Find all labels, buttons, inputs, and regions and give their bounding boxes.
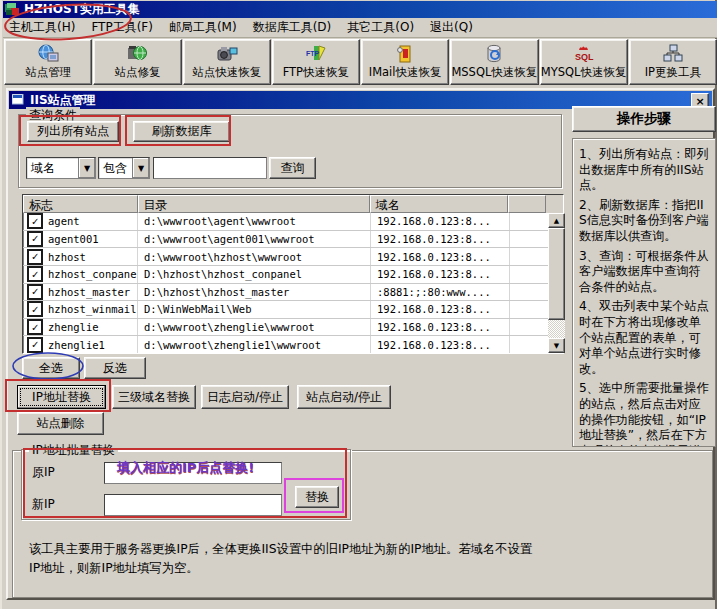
replace-button[interactable]: 替换 (295, 486, 339, 508)
list-all-sites-button[interactable]: 列出所有站点 (27, 121, 119, 142)
operator-select[interactable]: 包含 ▼ (98, 157, 150, 179)
toolbar-mysql-restore-button[interactable]: SQL MYSQL快速恢复 (540, 39, 628, 85)
main-window: HZHOST实用工具集 主机工具(H) FTP工具(F) 邮局工具(M) 数据库… (0, 0, 717, 609)
toolbar-site-restore-button[interactable]: 站点快速恢复 (183, 39, 271, 85)
menu-ftp-tools[interactable]: FTP工具(F) (85, 18, 163, 38)
row-checkbox[interactable]: ✓ (28, 232, 42, 246)
operator-select-value: 包含 (99, 160, 132, 177)
row-checkbox[interactable]: ✓ (28, 214, 42, 228)
table-row[interactable]: ✓hzhost_master D:\hzhost\hzhost_master :… (23, 284, 548, 302)
toolbar-label: 站点修复 (114, 65, 160, 80)
row-checkbox[interactable]: ✓ (28, 302, 42, 316)
ftp-restore-icon: FTP (305, 42, 327, 65)
menu-bar: 主机工具(H) FTP工具(F) 邮局工具(M) 数据库工具(D) 其它工具(O… (3, 18, 717, 38)
step-item: 2、刷新数据库：指把IIS信息实时备份到客户端数据库以供查询。 (579, 198, 710, 245)
dialog-title: IIS站点管理 (30, 92, 96, 109)
dialog-icon (12, 94, 26, 106)
table-row[interactable]: ✓agent001 d:\wwwroot\agent001\wwwroot 19… (23, 231, 548, 249)
chevron-down-icon[interactable]: ▼ (132, 158, 149, 178)
table-row[interactable]: ✓hzhost d:\wwwroot\hzhost\wwwroot 192.16… (23, 248, 548, 266)
table-body: ✓agent d:\wwwroot\agent\wwwroot 192.168.… (23, 213, 548, 353)
toolbar-label: IMail快速恢复 (369, 65, 442, 80)
new-ip-input[interactable] (104, 494, 282, 516)
tool-note: 该工具主要用于服务器更换IP后，全体更换IIS设置中的旧IP地址为新的IP地址。… (29, 540, 694, 578)
scroll-up-icon[interactable]: ▲ (548, 213, 565, 228)
invert-selection-button[interactable]: 反选 (84, 357, 146, 379)
toolbar-label: MYSQL快速恢复 (541, 65, 627, 80)
toolbar-label: 站点快速恢复 (192, 65, 261, 80)
refresh-database-button[interactable]: 刷新数据库 (133, 121, 230, 142)
step-item: 4、双击列表中某个站点时在下方将出现修改单个站点配置的表单，可对单个站点进行实时… (579, 299, 710, 377)
delete-site-button[interactable]: 站点删除 (17, 412, 104, 435)
svg-text:SQL: SQL (575, 52, 594, 62)
ip-replace-button[interactable]: IP地址替换 (17, 385, 106, 409)
chevron-down-icon[interactable]: ▼ (78, 158, 95, 178)
row-checkbox[interactable]: ✓ (28, 320, 42, 334)
toolbar-label: MSSQL快速恢复 (451, 65, 537, 80)
scrollbar-thumb[interactable] (548, 228, 565, 320)
scroll-down-icon[interactable]: ▼ (548, 338, 565, 353)
row-checkbox[interactable]: ✓ (28, 250, 42, 264)
table-row[interactable]: ✓zhenglie1 d:\wwwroot\zhenglie1\wwwroot … (23, 336, 548, 353)
col-domain[interactable]: 域名 (370, 195, 508, 213)
svg-text:FTP: FTP (306, 50, 320, 57)
site-manage-icon (37, 42, 59, 65)
site-table[interactable]: 标志 目录 域名 ✓agent d:\wwwroot\agent\wwwroot… (22, 194, 564, 354)
subdomain-replace-button[interactable]: 三级域名替换 (112, 385, 196, 409)
site-restore-icon (215, 42, 239, 65)
vertical-scrollbar[interactable]: ▲ ▼ (548, 213, 565, 353)
col-flag[interactable]: 标志 (23, 195, 138, 213)
col-extra (508, 195, 546, 213)
window-title: HZHOST实用工具集 (24, 1, 140, 18)
mysql-restore-icon: SQL (572, 42, 596, 65)
steps-header: 操作步骤 (572, 106, 716, 132)
app-icon (5, 3, 20, 16)
row-checkbox[interactable]: ✓ (28, 267, 42, 281)
steps-box: 1、列出所有站点：即列出数据库中所有的IIS站点。 2、刷新数据库：指把IIS信… (572, 138, 716, 447)
log-toggle-button[interactable]: 日志启动/停止 (201, 385, 289, 409)
mssql-restore-icon (484, 42, 504, 65)
step-item: 5、选中所需要批量操作的站点，然后点击对应的操作功能按钮，如“IP地址替换”，然… (579, 381, 710, 447)
menu-exit[interactable]: 退出(Q) (424, 18, 483, 38)
menu-db-tools[interactable]: 数据库工具(D) (247, 18, 342, 38)
search-button[interactable]: 查询 (269, 157, 316, 179)
menu-mail-tools[interactable]: 邮局工具(M) (163, 18, 247, 38)
iis-site-manager-dialog: IIS站点管理 × 查询条件 列出所有站点 刷新数据库 域名 ▼ 包含 ▼ 查询… (6, 88, 715, 600)
menu-other-tools[interactable]: 其它工具(O) (341, 18, 424, 38)
toolbar-ftp-restore-button[interactable]: FTP FTP快速恢复 (272, 39, 360, 85)
old-ip-input[interactable] (104, 462, 282, 484)
toolbar-site-repair-button[interactable]: 站点修复 (93, 39, 181, 85)
toolbar-label: FTP快速恢复 (283, 65, 349, 80)
toolbar-label: 站点管理 (25, 65, 71, 80)
site-repair-icon (126, 42, 148, 65)
toolbar-label: IP更换工具 (645, 65, 701, 80)
new-ip-label: 新IP (32, 496, 55, 513)
table-row[interactable]: ✓hzhost_winmail D:\WinWebMail\Web 192.16… (23, 301, 548, 319)
ip-batch-replace-label: IP地址批量替换 (29, 442, 118, 459)
scrollbar-track[interactable] (548, 320, 565, 338)
table-header: 标志 目录 域名 (23, 195, 563, 213)
row-checkbox[interactable]: ✓ (28, 285, 42, 299)
note-line-2: IP地址，则新IP地址填写为空。 (29, 559, 694, 578)
imail-restore-icon (395, 42, 415, 65)
step-item: 3、查询：可根据条件从客户端数据库中查询符合条件的站点。 (579, 249, 710, 296)
toolbar-ip-change-button[interactable]: IP更换工具 (629, 39, 717, 85)
table-row[interactable]: ✓zhenglie d:\wwwroot\zhenglie\wwwroot 19… (23, 319, 548, 337)
col-dir[interactable]: 目录 (138, 195, 370, 213)
toolbar-mssql-restore-button[interactable]: MSSQL快速恢复 (450, 39, 538, 85)
table-row[interactable]: ✓agent d:\wwwroot\agent\wwwroot 192.168.… (23, 213, 548, 231)
toolbar-site-manage-button[interactable]: 站点管理 (4, 39, 92, 85)
main-titlebar: HZHOST实用工具集 (3, 1, 717, 18)
field-select-value: 域名 (27, 160, 78, 177)
site-toggle-button[interactable]: 站点启动/停止 (297, 385, 391, 409)
keyword-input[interactable] (153, 157, 267, 179)
select-all-button[interactable]: 全选 (22, 357, 80, 379)
toolbar-imail-restore-button[interactable]: IMail快速恢复 (361, 39, 449, 85)
table-row[interactable]: ✓hzhost_conpanel D:\hzhost\hzhost_conpan… (23, 266, 548, 284)
field-select[interactable]: 域名 ▼ (26, 157, 96, 179)
toolbar: 站点管理 站点修复 站点快速恢复 FTP FTP快速恢复 IMail快速恢复 (3, 38, 717, 86)
row-checkbox[interactable]: ✓ (28, 338, 42, 352)
old-ip-label: 原IP (32, 464, 55, 481)
note-line-1: 该工具主要用于服务器更换IP后，全体更换IIS设置中的旧IP地址为新的IP地址。… (29, 540, 694, 559)
menu-host-tools[interactable]: 主机工具(H) (3, 18, 85, 38)
